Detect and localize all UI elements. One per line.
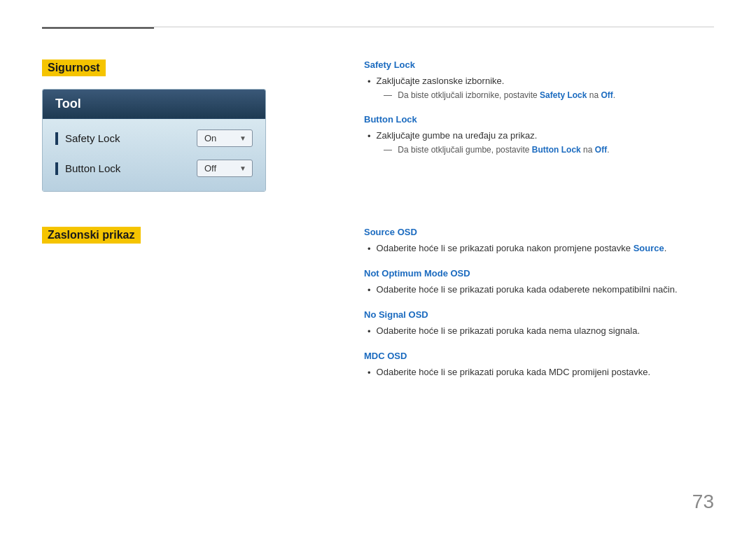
section2-left: Zaslonski prikaz — [42, 227, 322, 392]
tool-select-button-lock[interactable]: Off ▼ — [197, 160, 253, 177]
tool-label-safety-lock: Safety Lock — [55, 132, 120, 145]
feature-source-osd-text: Odaberite hoće li se prikazati poruka na… — [377, 243, 667, 253]
tool-select-button-lock-value: Off — [204, 163, 235, 174]
feature-source-osd-title: Source OSD — [364, 227, 714, 237]
tool-select-safety-lock-value: On — [204, 133, 235, 143]
tool-row-safety-lock: Safety Lock On ▼ — [55, 129, 253, 147]
feature-button-lock: Button Lock • Zaključajte gumbe na uređa… — [364, 114, 714, 155]
feature-mdc-osd-text: Odaberite hoće li se prikazati poruka ka… — [377, 367, 651, 377]
feature-mdc-osd-bullet: • Odaberite hoće li se prikazati poruka … — [364, 367, 714, 378]
feature-no-signal-osd-text: Odaberite hoće li se prikazati poruka ka… — [377, 325, 640, 336]
tool-row-button-lock: Button Lock Off ▼ — [55, 160, 253, 177]
feature-not-optimum-osd-title: Not Optimum Mode OSD — [364, 268, 714, 279]
feature-no-signal-osd-title: No Signal OSD — [364, 309, 714, 320]
tool-label-button-lock-text: Button Lock — [65, 162, 120, 174]
section2-right: Source OSD • Odaberite hoće li se prikaz… — [322, 227, 714, 392]
tool-panel: Tool Safety Lock On ▼ — [42, 89, 266, 192]
feature-safety-lock-title: Safety Lock — [364, 59, 714, 70]
feature-safety-lock-sub-highlight: Safety Lock — [540, 90, 587, 100]
tool-label-button-lock: Button Lock — [55, 162, 120, 175]
tool-panel-body: Safety Lock On ▼ Button Lock — [43, 119, 265, 191]
feature-source-osd-text-end: . — [664, 243, 667, 253]
feature-button-lock-title: Button Lock — [364, 114, 714, 125]
feature-button-lock-sub-end: . — [607, 145, 609, 155]
feature-mdc-osd-title: MDC OSD — [364, 351, 714, 361]
bullet-dot-3: • — [368, 244, 371, 254]
section2-title: Zaslonski prikaz — [42, 227, 141, 244]
feature-no-signal-osd: No Signal OSD • Odaberite hoće li se pri… — [364, 309, 714, 337]
feature-safety-lock-sub: Da biste otključali izbornike, postavite… — [364, 90, 714, 100]
feature-safety-lock-bullet: • Zaključajte zaslonske izbornike. — [364, 76, 714, 87]
tool-select-safety-lock[interactable]: On ▼ — [197, 129, 253, 147]
feature-safety-lock-sub-end: . — [613, 90, 615, 100]
feature-not-optimum-osd: Not Optimum Mode OSD • Odaberite hoće li… — [364, 268, 714, 295]
feature-safety-lock-sub-text: Da biste otključali izbornike, postavite — [398, 90, 540, 100]
page-number: 73 — [692, 491, 714, 513]
feature-button-lock-sub-highlight: Button Lock — [532, 145, 581, 155]
bullet-dot-4: • — [368, 285, 371, 295]
chevron-down-icon-2: ▼ — [239, 164, 246, 172]
feature-mdc-osd: MDC OSD • Odaberite hoće li se prikazati… — [364, 351, 714, 378]
tool-label-safety-lock-text: Safety Lock — [65, 132, 120, 144]
feature-button-lock-sub-value: Off — [595, 145, 607, 155]
tool-label-bar — [55, 132, 58, 145]
section2-layout: Zaslonski prikaz Source OSD • Odaberite … — [42, 227, 714, 392]
bullet-dot-2: • — [368, 131, 371, 141]
bullet-dot: • — [368, 76, 371, 87]
section1-layout: Sigurnost Tool Safety Lock On ▼ — [42, 59, 714, 192]
feature-no-signal-osd-bullet: • Odaberite hoće li se prikazati poruka … — [364, 325, 714, 337]
feature-source-osd-bullet: • Odaberite hoće li se prikazati poruka … — [364, 243, 714, 254]
feature-source-osd-text-highlight: Source — [634, 243, 664, 253]
feature-button-lock-bullet: • Zaključajte gumbe na uređaju za prikaz… — [364, 130, 714, 141]
page-container: Sigurnost Tool Safety Lock On ▼ — [0, 0, 756, 534]
feature-source-osd-text-main: Odaberite hoće li se prikazati poruka na… — [377, 243, 634, 253]
tool-label-bar-2 — [55, 162, 58, 175]
feature-safety-lock-sub-value: Off — [601, 90, 612, 100]
feature-safety-lock-bullet-text: Zaključajte zaslonske izbornike. — [377, 76, 505, 86]
feature-button-lock-sub-suffix: na — [581, 145, 595, 155]
top-line — [42, 27, 714, 27]
feature-button-lock-sub: Da biste otključali gumbe, postavite But… — [364, 145, 714, 155]
feature-safety-lock-sub-suffix: na — [587, 90, 601, 100]
chevron-down-icon: ▼ — [239, 134, 246, 142]
feature-source-osd: Source OSD • Odaberite hoće li se prikaz… — [364, 227, 714, 254]
bullet-dot-5: • — [368, 326, 371, 337]
tool-panel-header: Tool — [43, 90, 265, 119]
feature-not-optimum-osd-bullet: • Odaberite hoće li se prikazati poruka … — [364, 284, 714, 295]
feature-button-lock-bullet-text: Zaključajte gumbe na uređaju za prikaz. — [377, 130, 538, 141]
bullet-dot-6: • — [368, 367, 371, 378]
section1-right: Safety Lock • Zaključajte zaslonske izbo… — [322, 59, 714, 192]
feature-button-lock-sub-text: Da biste otključali gumbe, postavite — [398, 145, 531, 155]
feature-not-optimum-osd-text: Odaberite hoće li se prikazati poruka ka… — [377, 284, 678, 295]
section1-title: Sigurnost — [42, 59, 106, 76]
section1-left: Sigurnost Tool Safety Lock On ▼ — [42, 59, 322, 192]
feature-safety-lock: Safety Lock • Zaključajte zaslonske izbo… — [364, 59, 714, 100]
